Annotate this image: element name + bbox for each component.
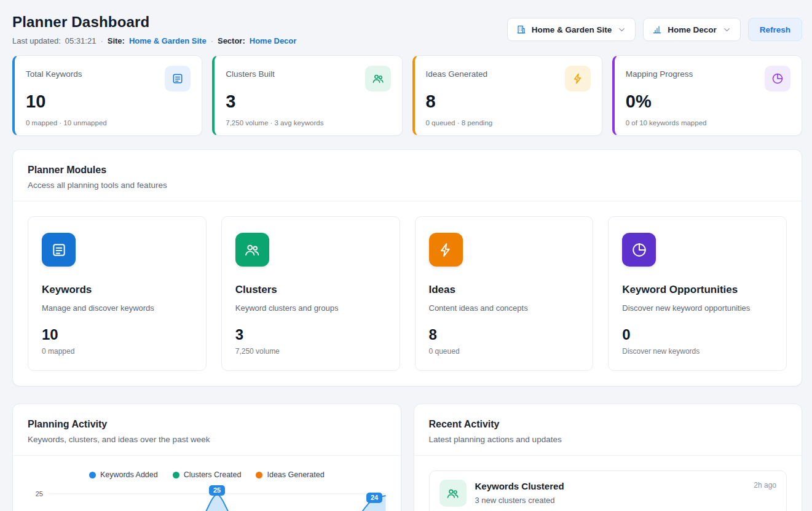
stat-value: 10 [26,92,191,112]
stat-detail: 0 queued · 8 pending [426,119,591,127]
stat-label: Clusters Built [226,66,275,79]
stat-card-mapping-progress: Mapping Progress 0% 0 of 10 keywords map… [612,55,802,136]
y-axis-tick: 25 [28,489,49,511]
header-left: Planner Dashboard Last updated: 05:31:21… [12,14,296,45]
site-selector-value: Home & Garden Site [532,25,612,34]
modules-grid: Keywords Manage and discover keywords 10… [28,216,787,371]
module-description: Manage and discover keywords [42,303,192,313]
stat-card-total-keywords: Total Keywords 10 0 mapped · 10 unmapped [12,55,202,136]
separator-dot: · [211,36,213,45]
last-updated-value: 05:31:21 [65,36,97,45]
module-title: Keywords [42,284,192,296]
stat-card-top: Mapping Progress [626,66,790,92]
stats-row: Total Keywords 10 0 mapped · 10 unmapped… [12,55,802,136]
stat-value: 0% [626,92,790,112]
stat-detail: 7,250 volume · 3 avg keywords [226,119,390,127]
activity-item-title: Keywords Clustered [475,481,564,491]
planner-modules-section: Planner Modules Access all planning tool… [12,149,802,386]
document-icon [165,66,191,92]
stat-card-top: Ideas Generated [426,66,591,92]
stat-label: Mapping Progress [626,66,693,79]
pie-chart-icon [622,233,656,267]
legend-item-keywords-added: Keywords Added [89,470,158,479]
page-header: Planner Dashboard Last updated: 05:31:21… [12,14,802,45]
site-link[interactable]: Home & Garden Site [129,36,207,45]
legend-dot-blue [89,472,96,478]
activity-chart: 25 25 24 [28,489,386,511]
users-icon [365,66,391,92]
module-description: Keyword clusters and groups [235,303,386,313]
chevron-down-icon [617,25,626,34]
stat-card-clusters-built: Clusters Built 3 7,250 volume · 3 avg ke… [212,55,402,136]
module-detail: 0 mapped [42,347,192,356]
site-selector-dropdown[interactable]: Home & Garden Site [507,18,636,41]
recent-activity-title: Recent Activity [429,419,787,430]
users-icon [440,480,467,507]
module-detail: 0 queued [429,347,580,356]
meta-line: Last updated: 05:31:21 · Site: Home & Ga… [12,36,296,45]
legend-label: Ideas Generated [267,470,324,479]
stat-label: Total Keywords [26,66,82,79]
stat-detail: 0 mapped · 10 unmapped [26,119,191,127]
stat-value: 3 [226,92,390,112]
module-keyword-opportunities[interactable]: Keyword Opportunities Discover new keywo… [608,216,787,371]
stat-label: Ideas Generated [426,66,488,79]
divider [13,201,802,201]
pie-chart-icon [765,66,790,92]
module-title: Keyword Opportunities [622,284,773,296]
separator-dot: · [100,36,103,45]
module-value: 0 [622,326,773,343]
legend-label: Keywords Added [100,470,158,479]
recent-activity-subtitle: Latest planning actions and updates [429,435,787,444]
legend-item-clusters-created: Clusters Created [173,470,242,479]
module-clusters[interactable]: Clusters Keyword clusters and groups 3 7… [221,216,400,371]
data-point-label: 25 [209,485,225,496]
refresh-button[interactable]: Refresh [748,18,802,41]
activity-item-text: Keywords Clustered 3 new clusters create… [475,480,564,505]
stat-card-ideas-generated: Ideas Generated 8 0 queued · 8 pending [412,55,602,136]
module-description: Content ideas and concepts [429,303,580,313]
recent-activity-card: Recent Activity Latest planning actions … [414,404,803,511]
bolt-icon [565,66,591,92]
chart-legend: Keywords Added Clusters Created Ideas Ge… [28,470,386,479]
module-value: 3 [235,326,386,343]
module-value: 10 [42,326,192,343]
divider [13,455,401,456]
users-icon [235,233,269,267]
activity-item-timestamp: 2h ago [754,481,776,490]
page-title: Planner Dashboard [12,14,296,31]
planner-dashboard-page: Planner Dashboard Last updated: 05:31:21… [0,0,812,511]
sector-selector-value: Home Decor [668,25,717,34]
module-detail: 7,250 volume [235,347,386,356]
bottom-row: Planning Activity Keywords, clusters, an… [12,404,802,511]
bolt-icon [429,233,463,267]
last-updated-label: Last updated: [12,36,61,45]
stat-value: 8 [426,92,591,112]
module-detail: Discover new keywords [622,347,773,356]
module-ideas[interactable]: Ideas Content ideas and concepts 8 0 que… [415,216,594,371]
activity-item-description: 3 new clusters created [475,496,564,505]
divider [414,455,802,456]
stat-detail: 0 of 10 keywords mapped [626,119,790,127]
modules-subtitle: Access all planning tools and features [28,181,787,190]
building-icon [516,25,526,34]
planning-activity-title: Planning Activity [28,419,386,430]
header-controls: Home & Garden Site Home Decor Refresh [507,18,802,41]
legend-dot-green [173,472,179,478]
stat-card-top: Clusters Built [226,66,390,92]
sector-label: Sector: [218,36,245,45]
module-value: 8 [429,326,580,343]
legend-dot-orange [256,472,262,478]
planning-activity-card: Planning Activity Keywords, clusters, an… [12,404,401,511]
chevron-down-icon [722,25,731,34]
chart-plot-area: 25 24 [49,489,386,511]
sector-selector-dropdown[interactable]: Home Decor [643,18,741,41]
module-keywords[interactable]: Keywords Manage and discover keywords 10… [28,216,207,371]
legend-label: Clusters Created [184,470,242,479]
sector-link[interactable]: Home Decor [250,36,297,45]
legend-item-ideas-generated: Ideas Generated [256,470,324,479]
module-title: Ideas [429,284,580,296]
module-title: Clusters [235,284,386,296]
activity-item-keywords-clustered[interactable]: Keywords Clustered 3 new clusters create… [429,470,787,511]
modules-title: Planner Modules [28,165,787,176]
